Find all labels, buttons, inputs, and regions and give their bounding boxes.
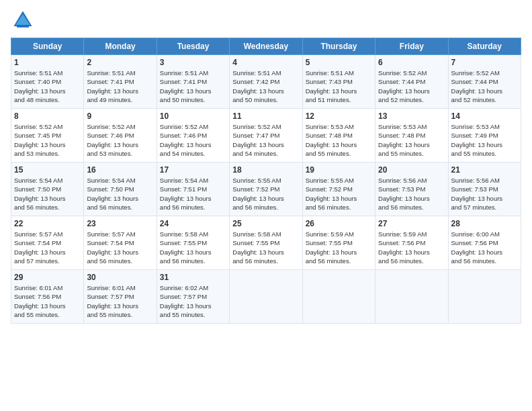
day-number: 16	[87, 165, 153, 175]
calendar-cell: 16Sunrise: 5:54 AM Sunset: 7:50 PM Dayli…	[84, 163, 157, 216]
day-info: Sunrise: 5:57 AM Sunset: 7:54 PM Dayligh…	[14, 230, 81, 265]
header-cell: Thursday	[302, 38, 375, 55]
day-number: 1	[14, 58, 81, 67]
calendar-week-row: 15Sunrise: 5:54 AM Sunset: 7:50 PM Dayli…	[11, 163, 521, 216]
day-number: 31	[160, 273, 226, 282]
day-info: Sunrise: 5:58 AM Sunset: 7:55 PM Dayligh…	[160, 230, 226, 265]
header-cell: Sunday	[11, 38, 84, 55]
day-number: 14	[451, 111, 518, 121]
day-info: Sunrise: 5:51 AM Sunset: 7:41 PM Dayligh…	[87, 68, 153, 104]
day-info: Sunrise: 5:59 AM Sunset: 7:56 PM Dayligh…	[378, 230, 445, 265]
day-info: Sunrise: 5:51 AM Sunset: 7:40 PM Dayligh…	[14, 68, 81, 104]
calendar-cell: 28Sunrise: 6:00 AM Sunset: 7:56 PM Dayli…	[448, 216, 521, 270]
calendar-cell: 7Sunrise: 5:52 AM Sunset: 7:44 PM Daylig…	[448, 55, 521, 109]
day-number: 28	[451, 219, 518, 228]
calendar-cell: 13Sunrise: 5:53 AM Sunset: 7:48 PM Dayli…	[375, 109, 448, 163]
day-number: 8	[14, 111, 81, 121]
page: SundayMondayTuesdayWednesdayThursdayFrid…	[0, 0, 532, 411]
calendar-cell: 30Sunrise: 6:01 AM Sunset: 7:57 PM Dayli…	[84, 270, 157, 324]
calendar-cell: 19Sunrise: 5:55 AM Sunset: 7:52 PM Dayli…	[302, 163, 375, 216]
calendar-table: SundayMondayTuesdayWednesdayThursdayFrid…	[11, 38, 521, 324]
day-number: 19	[306, 165, 372, 175]
day-number: 5	[306, 58, 372, 67]
header	[11, 8, 521, 32]
day-number: 23	[87, 219, 153, 228]
calendar-cell: 11Sunrise: 5:52 AM Sunset: 7:47 PM Dayli…	[230, 109, 302, 163]
day-info: Sunrise: 5:53 AM Sunset: 7:49 PM Dayligh…	[451, 122, 518, 158]
calendar-cell: 4Sunrise: 5:51 AM Sunset: 7:42 PM Daylig…	[230, 55, 302, 109]
calendar-cell: 20Sunrise: 5:56 AM Sunset: 7:53 PM Dayli…	[375, 163, 448, 216]
day-info: Sunrise: 6:00 AM Sunset: 7:56 PM Dayligh…	[451, 230, 518, 265]
day-number: 4	[232, 58, 299, 67]
calendar-cell: 21Sunrise: 5:56 AM Sunset: 7:53 PM Dayli…	[448, 163, 521, 216]
day-info: Sunrise: 5:52 AM Sunset: 7:47 PM Dayligh…	[232, 122, 299, 158]
calendar-cell	[448, 270, 521, 324]
calendar-cell: 14Sunrise: 5:53 AM Sunset: 7:49 PM Dayli…	[448, 109, 521, 163]
day-info: Sunrise: 5:53 AM Sunset: 7:48 PM Dayligh…	[378, 122, 445, 158]
header-cell: Monday	[84, 38, 157, 55]
day-number: 3	[160, 58, 226, 67]
day-number: 2	[87, 58, 153, 67]
calendar-cell: 5Sunrise: 5:51 AM Sunset: 7:43 PM Daylig…	[302, 55, 375, 109]
header-cell: Wednesday	[230, 38, 302, 55]
day-number: 27	[378, 219, 445, 228]
day-number: 15	[14, 165, 81, 175]
day-number: 13	[378, 111, 445, 121]
day-number: 18	[232, 165, 299, 175]
day-info: Sunrise: 5:52 AM Sunset: 7:46 PM Dayligh…	[87, 122, 153, 158]
day-number: 10	[160, 111, 226, 121]
calendar-cell: 15Sunrise: 5:54 AM Sunset: 7:50 PM Dayli…	[11, 163, 84, 216]
day-info: Sunrise: 5:54 AM Sunset: 7:50 PM Dayligh…	[87, 176, 153, 212]
day-info: Sunrise: 5:55 AM Sunset: 7:52 PM Dayligh…	[306, 176, 372, 212]
day-info: Sunrise: 5:57 AM Sunset: 7:54 PM Dayligh…	[87, 230, 153, 265]
calendar-cell: 29Sunrise: 6:01 AM Sunset: 7:56 PM Dayli…	[11, 270, 84, 324]
svg-rect-2	[17, 25, 29, 28]
calendar-cell: 23Sunrise: 5:57 AM Sunset: 7:54 PM Dayli…	[84, 216, 157, 270]
calendar-cell: 27Sunrise: 5:59 AM Sunset: 7:56 PM Dayli…	[375, 216, 448, 270]
day-info: Sunrise: 5:54 AM Sunset: 7:51 PM Dayligh…	[160, 176, 226, 212]
day-number: 22	[14, 219, 81, 228]
calendar-cell	[302, 270, 375, 324]
day-info: Sunrise: 5:54 AM Sunset: 7:50 PM Dayligh…	[14, 176, 81, 212]
day-info: Sunrise: 6:01 AM Sunset: 7:57 PM Dayligh…	[87, 283, 153, 319]
day-number: 11	[232, 111, 299, 121]
day-info: Sunrise: 5:52 AM Sunset: 7:46 PM Dayligh…	[160, 122, 226, 158]
calendar-cell: 17Sunrise: 5:54 AM Sunset: 7:51 PM Dayli…	[157, 163, 229, 216]
day-info: Sunrise: 5:56 AM Sunset: 7:53 PM Dayligh…	[378, 176, 445, 212]
calendar-cell: 31Sunrise: 6:02 AM Sunset: 7:57 PM Dayli…	[157, 270, 229, 324]
day-info: Sunrise: 5:55 AM Sunset: 7:52 PM Dayligh…	[232, 176, 299, 212]
logo	[11, 8, 38, 32]
day-number: 25	[232, 219, 299, 228]
header-cell: Tuesday	[157, 38, 229, 55]
day-number: 9	[87, 111, 153, 121]
day-info: Sunrise: 5:52 AM Sunset: 7:44 PM Dayligh…	[451, 68, 518, 104]
calendar-week-row: 8Sunrise: 5:52 AM Sunset: 7:45 PM Daylig…	[11, 109, 521, 163]
day-number: 6	[378, 58, 445, 67]
day-info: Sunrise: 5:51 AM Sunset: 7:43 PM Dayligh…	[306, 68, 372, 104]
day-number: 21	[451, 165, 518, 175]
day-info: Sunrise: 6:01 AM Sunset: 7:56 PM Dayligh…	[14, 283, 81, 319]
calendar-week-row: 22Sunrise: 5:57 AM Sunset: 7:54 PM Dayli…	[11, 216, 521, 270]
calendar-cell: 18Sunrise: 5:55 AM Sunset: 7:52 PM Dayli…	[230, 163, 302, 216]
day-info: Sunrise: 5:58 AM Sunset: 7:55 PM Dayligh…	[232, 230, 299, 265]
calendar-cell: 25Sunrise: 5:58 AM Sunset: 7:55 PM Dayli…	[230, 216, 302, 270]
calendar-cell: 1Sunrise: 5:51 AM Sunset: 7:40 PM Daylig…	[11, 55, 84, 109]
day-info: Sunrise: 5:56 AM Sunset: 7:53 PM Dayligh…	[451, 176, 518, 212]
day-info: Sunrise: 6:02 AM Sunset: 7:57 PM Dayligh…	[160, 283, 226, 319]
calendar-cell	[230, 270, 302, 324]
day-info: Sunrise: 5:53 AM Sunset: 7:48 PM Dayligh…	[306, 122, 372, 158]
calendar-cell: 6Sunrise: 5:52 AM Sunset: 7:44 PM Daylig…	[375, 55, 448, 109]
header-cell: Saturday	[448, 38, 521, 55]
calendar-cell: 22Sunrise: 5:57 AM Sunset: 7:54 PM Dayli…	[11, 216, 84, 270]
calendar-cell: 26Sunrise: 5:59 AM Sunset: 7:55 PM Dayli…	[302, 216, 375, 270]
day-number: 29	[14, 273, 81, 282]
calendar-cell: 3Sunrise: 5:51 AM Sunset: 7:41 PM Daylig…	[157, 55, 229, 109]
calendar-cell: 9Sunrise: 5:52 AM Sunset: 7:46 PM Daylig…	[84, 109, 157, 163]
calendar-week-row: 29Sunrise: 6:01 AM Sunset: 7:56 PM Dayli…	[11, 270, 521, 324]
day-info: Sunrise: 5:52 AM Sunset: 7:44 PM Dayligh…	[378, 68, 445, 104]
calendar-week-row: 1Sunrise: 5:51 AM Sunset: 7:40 PM Daylig…	[11, 55, 521, 109]
day-number: 17	[160, 165, 226, 175]
day-number: 26	[306, 219, 372, 228]
calendar-cell: 8Sunrise: 5:52 AM Sunset: 7:45 PM Daylig…	[11, 109, 84, 163]
day-info: Sunrise: 5:59 AM Sunset: 7:55 PM Dayligh…	[306, 230, 372, 265]
